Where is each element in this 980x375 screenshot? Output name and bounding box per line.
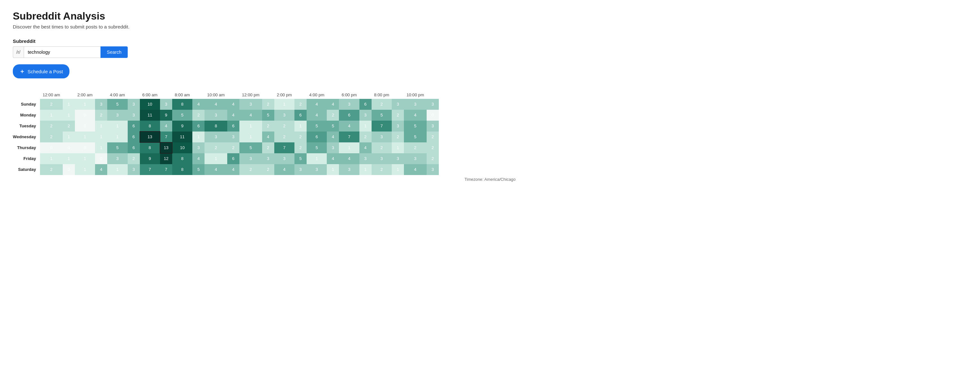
heatmap-cell[interactable]: 3 [360, 110, 372, 121]
search-input[interactable] [24, 46, 100, 58]
heatmap-cell[interactable]: 1 [75, 132, 95, 142]
heatmap-cell[interactable]: 3 [426, 121, 439, 132]
search-button[interactable]: Search [100, 46, 128, 58]
heatmap-cell[interactable]: 3 [327, 142, 339, 153]
heatmap-cell[interactable]: 2 [372, 142, 392, 153]
heatmap-cell[interactable]: 3 [339, 99, 359, 110]
heatmap-cell[interactable]: 13 [140, 132, 160, 142]
heatmap-cell[interactable]: 1 [239, 121, 262, 132]
heatmap-cell[interactable]: 2 [426, 153, 439, 164]
heatmap-cell[interactable]: 0 [75, 121, 95, 132]
heatmap-cell[interactable]: 7 [160, 164, 172, 175]
heatmap-cell[interactable]: 4 [274, 164, 294, 175]
heatmap-cell[interactable]: 3 [392, 153, 404, 164]
heatmap-cell[interactable]: 4 [160, 121, 172, 132]
heatmap-cell[interactable]: 1 [95, 132, 107, 142]
heatmap-cell[interactable]: 2 [392, 132, 404, 142]
heatmap-cell[interactable]: 2 [392, 110, 404, 121]
heatmap-cell[interactable]: 4 [95, 164, 107, 175]
heatmap-cell[interactable]: 4 [327, 153, 339, 164]
heatmap-cell[interactable]: 8 [205, 121, 227, 132]
heatmap-cell[interactable]: 1 [107, 164, 127, 175]
heatmap-cell[interactable]: 5 [404, 121, 426, 132]
heatmap-cell[interactable]: 4 [360, 142, 372, 153]
heatmap-cell[interactable]: 3 [426, 99, 439, 110]
heatmap-cell[interactable]: 1 [274, 99, 294, 110]
heatmap-cell[interactable]: 4 [404, 110, 426, 121]
heatmap-cell[interactable]: 8 [172, 164, 192, 175]
heatmap-cell[interactable]: 1 [339, 142, 359, 153]
heatmap-cell[interactable]: 1 [63, 153, 75, 164]
heatmap-cell[interactable]: 9 [160, 110, 172, 121]
heatmap-cell[interactable]: 1 [192, 132, 205, 142]
heatmap-cell[interactable]: 8 [172, 153, 192, 164]
heatmap-cell[interactable]: 4 [227, 110, 239, 121]
heatmap-cell[interactable]: 2 [294, 132, 307, 142]
heatmap-cell[interactable]: 5 [239, 142, 262, 153]
heatmap-cell[interactable]: 0 [426, 110, 439, 121]
heatmap-cell[interactable]: 2 [40, 132, 63, 142]
heatmap-cell[interactable]: 5 [172, 110, 192, 121]
heatmap-cell[interactable]: 4 [327, 132, 339, 142]
heatmap-cell[interactable]: 3 [392, 121, 404, 132]
heatmap-cell[interactable]: 2 [360, 132, 372, 142]
heatmap-cell[interactable]: 5 [107, 142, 127, 153]
heatmap-cell[interactable]: 7 [160, 132, 172, 142]
heatmap-cell[interactable]: 1 [40, 153, 63, 164]
schedule-post-button[interactable]: ＋ Schedule a Post [13, 64, 70, 78]
heatmap-cell[interactable]: 3 [160, 99, 172, 110]
heatmap-cell[interactable]: 1 [307, 153, 327, 164]
heatmap-cell[interactable]: 11 [172, 132, 192, 142]
heatmap-cell[interactable]: 3 [274, 153, 294, 164]
heatmap-cell[interactable]: 12 [160, 153, 172, 164]
heatmap-cell[interactable]: 1 [360, 121, 372, 132]
heatmap-cell[interactable]: 5 [294, 153, 307, 164]
heatmap-cell[interactable]: 2 [239, 164, 262, 175]
heatmap-cell[interactable]: 3 [372, 132, 392, 142]
heatmap-cell[interactable]: 6 [294, 110, 307, 121]
heatmap-cell[interactable]: 1 [294, 121, 307, 132]
heatmap-cell[interactable]: 6 [227, 121, 239, 132]
heatmap-cell[interactable]: 8 [140, 121, 160, 132]
heatmap-cell[interactable]: 1 [75, 153, 95, 164]
heatmap-cell[interactable]: 1 [107, 132, 127, 142]
heatmap-cell[interactable]: 7 [274, 142, 294, 153]
heatmap-cell[interactable]: 4 [205, 99, 227, 110]
heatmap-cell[interactable]: 1 [95, 142, 107, 153]
heatmap-cell[interactable]: 3 [294, 164, 307, 175]
heatmap-cell[interactable]: 2 [372, 99, 392, 110]
heatmap-cell[interactable]: 4 [404, 164, 426, 175]
heatmap-cell[interactable]: 1 [205, 153, 227, 164]
heatmap-cell[interactable]: 1 [95, 121, 107, 132]
heatmap-cell[interactable]: 4 [192, 99, 205, 110]
heatmap-cell[interactable]: 9 [172, 121, 192, 132]
heatmap-cell[interactable]: 2 [262, 142, 274, 153]
heatmap-cell[interactable]: 2 [40, 121, 63, 132]
heatmap-cell[interactable]: 2 [227, 142, 239, 153]
heatmap-cell[interactable]: 2 [95, 110, 107, 121]
heatmap-cell[interactable]: 9 [140, 153, 160, 164]
heatmap-cell[interactable]: 3 [205, 132, 227, 142]
heatmap-cell[interactable]: 3 [128, 164, 140, 175]
heatmap-cell[interactable]: 2 [426, 132, 439, 142]
heatmap-cell[interactable]: 5 [307, 121, 327, 132]
heatmap-cell[interactable]: 6 [128, 121, 140, 132]
heatmap-cell[interactable]: 4 [227, 164, 239, 175]
heatmap-cell[interactable]: 2 [327, 110, 339, 121]
heatmap-cell[interactable]: 1 [360, 164, 372, 175]
heatmap-cell[interactable]: 1 [392, 164, 404, 175]
heatmap-cell[interactable]: 2 [192, 110, 205, 121]
heatmap-cell[interactable]: 6 [128, 132, 140, 142]
heatmap-cell[interactable]: 6 [307, 132, 327, 142]
heatmap-cell[interactable]: 2 [294, 99, 307, 110]
heatmap-cell[interactable]: 1 [63, 132, 75, 142]
heatmap-cell[interactable]: 5 [372, 110, 392, 121]
heatmap-cell[interactable]: 2 [63, 121, 75, 132]
heatmap-cell[interactable]: 2 [294, 142, 307, 153]
heatmap-cell[interactable]: 3 [227, 132, 239, 142]
heatmap-cell[interactable]: 1 [107, 121, 127, 132]
heatmap-cell[interactable]: 3 [426, 164, 439, 175]
heatmap-cell[interactable]: 5 [192, 164, 205, 175]
heatmap-cell[interactable]: 0 [75, 110, 95, 121]
heatmap-cell[interactable]: 4 [307, 99, 327, 110]
